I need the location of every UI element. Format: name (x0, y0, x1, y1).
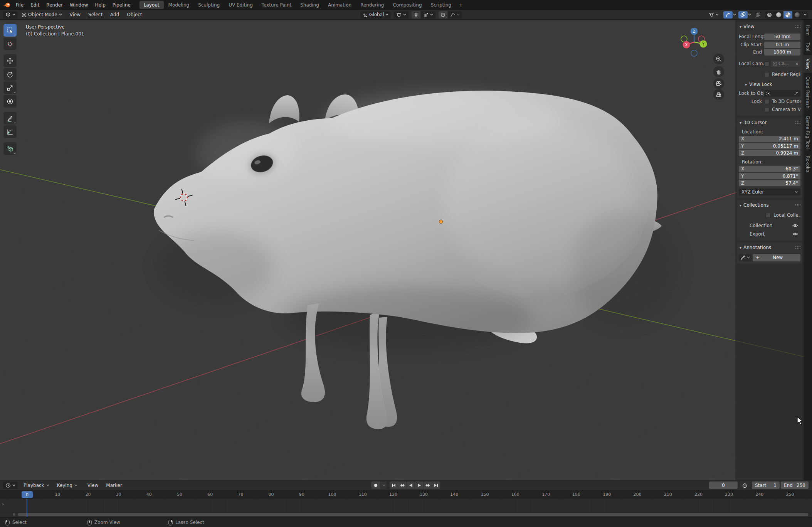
topbar-menu-item[interactable]: Help (91, 1, 109, 9)
lock-to-object-field[interactable] (764, 90, 800, 97)
viewport-menu-item[interactable]: View (66, 11, 84, 19)
play-reverse-button[interactable] (407, 482, 415, 489)
navigation-gizmo[interactable]: Z X Y (671, 23, 714, 62)
camera-view-button[interactable] (713, 78, 724, 89)
gizmo-axis-z[interactable]: Z (691, 28, 698, 35)
timeline-menu-item[interactable]: Marker (103, 482, 125, 489)
panel-view-header[interactable]: ▾ View (739, 23, 800, 30)
cursor-location-y-field[interactable]: Y0.05117 m (739, 143, 800, 149)
workspace-tab[interactable]: Rendering (356, 1, 388, 9)
timeline-menu-item[interactable]: Playback (20, 482, 53, 489)
show-overlays-toggle[interactable] (738, 11, 748, 19)
object-origin-dot[interactable] (439, 220, 443, 224)
panel-drag-handle-icon[interactable] (795, 25, 800, 28)
topbar-menu-item[interactable]: Window (66, 1, 91, 9)
chevron-down-icon[interactable] (733, 13, 736, 16)
sidebar-tab[interactable]: View (804, 55, 812, 73)
snap-target-dropdown[interactable] (421, 11, 435, 19)
timeline-ruler[interactable]: 0 01020304050607080901001101201301401501… (0, 490, 812, 499)
preview-range-toggle[interactable] (740, 482, 750, 489)
sidebar-tab[interactable]: Game Rig Tool (804, 112, 812, 152)
shading-material-button[interactable] (783, 11, 792, 19)
gizmo-axis-x[interactable]: X (683, 41, 690, 49)
timeline-channels[interactable]: › (0, 499, 812, 513)
sidebar-tab[interactable]: Item (804, 22, 812, 39)
next-keyframe-button[interactable] (424, 482, 432, 489)
timeline-editor-type-selector[interactable] (3, 482, 18, 489)
jump-to-start-button[interactable] (390, 482, 398, 489)
frame-start-field[interactable]: Start 1 (752, 482, 780, 489)
timeline-scrollbar[interactable] (18, 513, 808, 516)
toggle-orthographic-button[interactable] (713, 89, 724, 100)
workspace-tab[interactable]: Shading (296, 1, 323, 9)
jump-to-end-button[interactable] (432, 482, 440, 489)
viewport-menu-item[interactable]: Object (123, 11, 146, 19)
viewport-menu-item[interactable]: Select (84, 11, 106, 19)
sidebar-tab[interactable]: Quad Remesh (804, 73, 812, 112)
annotation-new-button[interactable]: + New (753, 254, 800, 261)
viewport-canvas[interactable] (0, 20, 812, 480)
sidebar-tab[interactable]: Tool (804, 39, 812, 55)
eye-visibility-icon[interactable] (792, 232, 798, 236)
rotation-order-dropdown[interactable]: XYZ Euler (739, 189, 800, 195)
panel-drag-handle-icon[interactable] (795, 121, 800, 124)
play-button[interactable] (415, 482, 423, 489)
topbar-menu-item[interactable]: Pipeline (109, 1, 134, 9)
pan-view-button[interactable] (713, 66, 724, 77)
workspace-tab[interactable]: Animation (324, 1, 356, 9)
panel-drag-handle-icon[interactable] (795, 246, 800, 249)
cursor-rotation-y-field[interactable]: Y0.871° (739, 173, 800, 179)
tool-annotate[interactable] (3, 112, 17, 125)
previous-keyframe-button[interactable] (398, 482, 406, 489)
local-collections-checkbox[interactable] (766, 213, 771, 218)
playhead-line[interactable] (27, 499, 27, 517)
eyedropper-icon[interactable] (794, 91, 799, 96)
add-workspace-button[interactable]: + (456, 2, 466, 8)
tool-transform[interactable] (3, 95, 17, 108)
render-region-checkbox[interactable] (764, 72, 769, 77)
frame-end-field[interactable]: End 250 (781, 482, 809, 489)
panel-drag-handle-icon[interactable] (795, 204, 800, 207)
object-visibility-dropdown[interactable] (706, 11, 721, 19)
editor-type-selector[interactable] (3, 11, 18, 19)
show-gizmo-toggle[interactable] (723, 11, 733, 19)
topbar-menu-item[interactable]: Edit (27, 1, 43, 9)
shading-rendered-button[interactable] (793, 11, 802, 19)
camera-to-view-checkbox[interactable] (764, 107, 769, 112)
collection-row[interactable]: Export (739, 230, 800, 238)
local-camera-checkbox[interactable] (764, 61, 769, 66)
local-camera-object-field[interactable]: Ca... ✕ (771, 61, 800, 67)
auto-keying-toggle[interactable] (371, 482, 380, 489)
workspace-tab[interactable]: Scripting (427, 1, 456, 9)
viewport-menu-item[interactable]: Add (106, 11, 123, 19)
shading-dropdown[interactable] (802, 11, 808, 19)
gizmo-axis-y[interactable]: Y (700, 40, 707, 48)
chevron-down-icon[interactable] (748, 13, 751, 16)
cursor-location-z-field[interactable]: Z0.9924 m (739, 150, 800, 156)
timeline-menu-item[interactable]: Keying (54, 482, 81, 489)
workspace-tab[interactable]: Compositing (388, 1, 426, 9)
workspace-tab[interactable]: Sculpting (194, 1, 224, 9)
cursor-rotation-z-field[interactable]: Z57.4° (739, 180, 800, 186)
cursor-location-x-field[interactable]: X2.411 m (739, 136, 800, 142)
workspace-tab[interactable]: Modeling (164, 1, 194, 9)
tool-rotate[interactable] (3, 68, 17, 81)
cursor-rotation-x-field[interactable]: X60.3° (739, 166, 800, 172)
tool-move[interactable] (3, 54, 17, 67)
tool-scale[interactable] (3, 81, 17, 94)
tool-add-cube[interactable] (3, 142, 17, 155)
collection-row[interactable]: Collection (739, 222, 800, 229)
eye-visibility-icon[interactable] (792, 223, 798, 228)
workspace-tab[interactable]: Texture Paint (257, 1, 296, 9)
snap-toggle-button[interactable] (412, 11, 420, 19)
current-frame-indicator[interactable]: 0 (22, 491, 33, 498)
transform-orientation-dropdown[interactable]: Global (360, 11, 391, 19)
lock-to-3d-cursor-checkbox[interactable] (764, 99, 769, 104)
zoom-view-button[interactable] (713, 54, 724, 64)
topbar-menu-item[interactable]: Render (43, 1, 66, 9)
sidebar-tab[interactable]: Rokoko (804, 152, 812, 176)
view-lock-subpanel-header[interactable]: ▾ View Lock (739, 81, 800, 88)
clip-start-field[interactable]: 0.1 m (764, 42, 800, 48)
annotation-tool-dropdown[interactable] (739, 254, 751, 261)
clear-icon[interactable]: ✕ (795, 62, 799, 66)
